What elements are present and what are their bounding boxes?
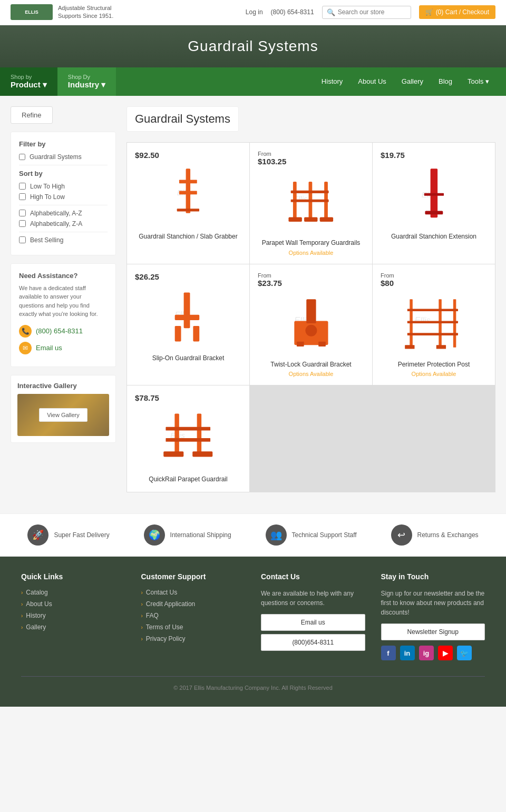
footer-privacy[interactable]: › Privacy Policy (141, 635, 246, 642)
sort-high-low-checkbox[interactable] (19, 193, 26, 200)
footer-faq[interactable]: › FAQ (141, 612, 246, 619)
sort-low-high-checkbox[interactable] (19, 183, 26, 190)
svg-rect-3 (179, 191, 197, 194)
footer-email-btn[interactable]: Email us (261, 614, 365, 631)
footer-quick-links: Quick Links › Catalog › About Us › Histo… (21, 572, 125, 660)
svg-rect-17 (424, 193, 443, 196)
footer-credit[interactable]: › Credit Application (141, 600, 246, 608)
nav-left: Shop by Product ▾ Shop Dy Industry ▾ (0, 67, 116, 96)
login-link[interactable]: Log in (246, 8, 263, 16)
product-card-4[interactable]: From$23.75 Ellis Twist-Lock Guardrail Br… (250, 264, 372, 385)
product-card-0[interactable]: $92.50 Ellis Guardrail Stanchion / Slab … (127, 143, 249, 264)
feature-shipping: 🌍 International Shipping (144, 524, 231, 546)
footer-terms[interactable]: › Terms of Use (141, 623, 246, 631)
svg-rect-37 (436, 345, 446, 349)
sort-alpha-za-checkbox[interactable] (19, 220, 26, 227)
top-right: Log in (800) 654-8311 🔍 🛒 (0) Cart / Che… (246, 5, 495, 19)
logo-image: ELLIS (11, 4, 53, 20)
product-card-3[interactable]: $26.25 Ellis Slip-On Guardrail Bracket (127, 264, 249, 385)
gallery-title: Interactive Gallery (17, 382, 109, 390)
footer-grid: Quick Links › Catalog › About Us › Histo… (21, 572, 485, 660)
product-card-6[interactable]: $78.75 Ellis QuickRail Parapet Guardrail (127, 385, 249, 492)
features-bar: 🚀 Super Fast Delivery 🌍 International Sh… (0, 513, 506, 557)
svg-rect-16 (425, 211, 443, 214)
nav-history[interactable]: History (315, 71, 349, 92)
footer-customer-support: Customer Support › Contact Us › Credit A… (141, 572, 246, 660)
feature-support-label: Technical Support Staff (292, 531, 357, 539)
view-gallery-button[interactable]: View Gallery (39, 408, 87, 422)
search-input[interactable] (338, 8, 406, 16)
feature-returns: ↩ Returns & Exchanges (391, 524, 479, 546)
product-card-5[interactable]: From$80 Ellis Perimeter Protection Post … (373, 264, 495, 385)
product-name-6: QuickRail Parapet Guardrail (135, 475, 241, 484)
nav-about[interactable]: About Us (352, 71, 392, 92)
support-icon: 👥 (266, 524, 287, 546)
footer-contact[interactable]: › Contact Us (141, 589, 246, 596)
sort-high-low: High To Low (19, 193, 108, 201)
svg-rect-9 (291, 191, 329, 193)
footer-history[interactable]: › History (21, 612, 125, 619)
svg-rect-2 (179, 180, 197, 183)
nav-tools[interactable]: Tools ▾ (461, 71, 495, 92)
sort-best-selling: Best Selling (19, 236, 108, 244)
cart-button[interactable]: 🛒 (0) Cart / Checkout (419, 5, 495, 19)
feature-support: 👥 Technical Support Staff (266, 524, 357, 546)
email-contact-link[interactable]: ✉ Email us (19, 342, 108, 354)
nav-right: History About Us Gallery Blog Tools ▾ (315, 71, 506, 92)
svg-rect-44 (192, 452, 212, 457)
nav-gallery[interactable]: Gallery (395, 71, 430, 92)
filter-heading: Filter by (19, 140, 108, 148)
youtube-icon[interactable]: ▶ (438, 646, 453, 660)
phone-contact-link[interactable]: 📞 (800) 654-8311 (19, 325, 108, 338)
sort-low-high: Low To High (19, 183, 108, 190)
svg-rect-34 (407, 321, 458, 323)
newsletter-signup-button[interactable]: Newsletter Signup (381, 623, 485, 640)
svg-rect-33 (407, 309, 458, 311)
nav-shop-product[interactable]: Shop by Product ▾ (0, 67, 57, 96)
options-available: Options Available (381, 371, 487, 377)
top-bar: ELLIS Adjustable Structural Supports Sin… (0, 0, 506, 25)
product-card-2[interactable]: $19.75 Ellis Guardrail Stanchion Extensi… (373, 143, 495, 264)
nav-shop-industry[interactable]: Shop Dy Industry ▾ (57, 67, 116, 96)
footer-about[interactable]: › About Us (21, 600, 125, 608)
footer-gallery[interactable]: › Gallery (21, 623, 125, 631)
options-available: Options Available (258, 250, 364, 256)
footer-catalog[interactable]: › Catalog (21, 589, 125, 596)
filter-section: Filter by Guardrail Systems Sort by Low … (11, 132, 116, 255)
delivery-icon: 🚀 (27, 524, 48, 546)
instagram-icon[interactable]: ig (419, 646, 434, 660)
hero-banner: Guardrail Systems (0, 25, 506, 67)
svg-rect-35 (407, 333, 458, 335)
svg-rect-22 (193, 325, 199, 341)
sort-alpha-az-checkbox[interactable] (19, 210, 26, 216)
svg-rect-10 (291, 200, 329, 202)
refine-button[interactable]: Refine (11, 106, 53, 124)
product-card-1[interactable]: From$103.25 Ellis Parapet Wall Temporary… (250, 143, 372, 264)
logo-tagline: Adjustable Structural Supports Since 195… (58, 4, 113, 21)
svg-rect-41 (166, 427, 211, 431)
linkedin-icon[interactable]: in (400, 646, 415, 660)
sort-best-selling-checkbox[interactable] (19, 236, 26, 243)
phone-icon: 📞 (19, 325, 32, 338)
facebook-icon[interactable]: f (381, 646, 396, 660)
footer: Quick Links › Catalog › About Us › Histo… (0, 557, 506, 707)
svg-text:Ellis: Ellis (414, 315, 430, 325)
nav-blog[interactable]: Blog (432, 71, 459, 92)
footer-contact-col: Contact Us We are available to help with… (261, 572, 365, 660)
twitter-icon[interactable]: 🐦 (457, 646, 472, 660)
svg-rect-25 (306, 299, 316, 323)
svg-rect-20 (175, 314, 200, 320)
footer-phone-btn[interactable]: (800)654-8311 (261, 634, 365, 651)
filter-guardrail-checkbox[interactable] (19, 154, 25, 160)
shipping-icon: 🌍 (144, 524, 165, 546)
gallery-image: View Gallery (17, 394, 109, 436)
cart-icon: 🛒 (425, 8, 433, 16)
product-name-1: Parapet Wall Temporary Guardrails (258, 239, 364, 247)
hero-title: Guardrail Systems (188, 38, 318, 55)
sort-alpha-az: Alphabetically, A-Z (19, 210, 108, 217)
search-icon: 🔍 (327, 8, 335, 16)
svg-rect-27 (318, 341, 326, 346)
phone-link[interactable]: (800) 654-8311 (271, 8, 314, 16)
product-name-3: Slip-On Guardrail Bracket (135, 354, 241, 363)
feature-delivery: 🚀 Super Fast Delivery (27, 524, 109, 546)
